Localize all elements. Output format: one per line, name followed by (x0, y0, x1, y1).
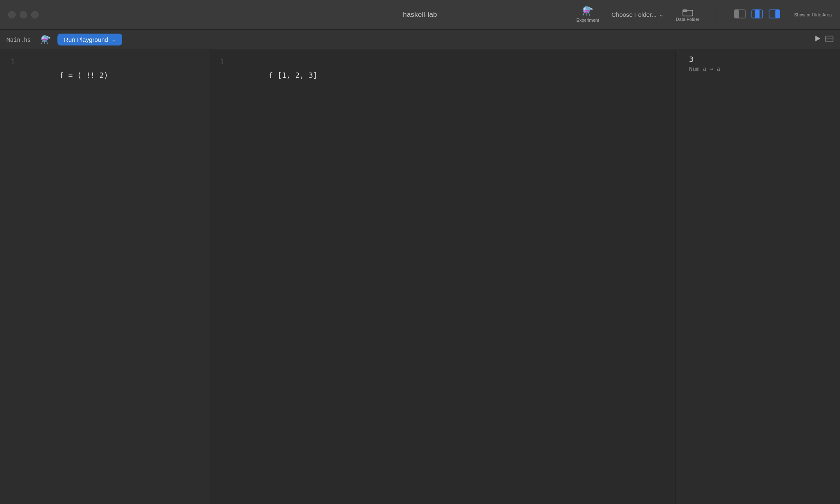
editor-line-numbers: 1 (0, 57, 21, 497)
layout-left-button[interactable] (733, 8, 747, 21)
playground-panel: 1 f [1, 2, 3] (209, 50, 676, 504)
svg-rect-1 (683, 10, 687, 11)
run-dropdown-arrow: ⌄ (112, 37, 116, 43)
output-panel: 3 Num a ⇒ a (676, 50, 840, 504)
svg-rect-7 (776, 10, 780, 18)
layout-right-button[interactable] (767, 8, 782, 21)
layout-right-icon (769, 9, 780, 18)
chevron-icon: ⌄ (659, 11, 664, 18)
maximize-button[interactable] (31, 11, 39, 18)
toolbar-divider (716, 7, 716, 23)
layout-center-icon (751, 9, 763, 18)
svg-rect-3 (735, 10, 739, 18)
play-icon (814, 35, 821, 42)
panel-toggle-icon (825, 36, 833, 42)
playground-line-number-1: 1 (220, 57, 224, 68)
title-bar: haskell-lab ⚗️ Experiment Choose Folder.… (0, 0, 840, 30)
editor-code-line-1: f = ( !! 2) (59, 71, 108, 79)
output-header: 3 (676, 50, 840, 64)
minimize-button[interactable] (20, 11, 27, 18)
layout-center-button[interactable] (750, 8, 765, 21)
playground-code-content[interactable]: f [1, 2, 3] (230, 57, 676, 497)
tab-bar: Main.hs ⚗️ Run Playground ⌄ (0, 30, 840, 50)
tab-filename[interactable]: Main.hs (7, 36, 31, 43)
experiment-label: Experiment (576, 18, 599, 23)
editor-code-content[interactable]: f = ( !! 2) (21, 57, 209, 497)
playground-line-numbers: 1 (209, 57, 230, 497)
play-button[interactable] (814, 35, 821, 44)
playground-code-area[interactable]: 1 f [1, 2, 3] (209, 50, 676, 504)
run-playground-button[interactable]: Run Playground ⌄ (57, 34, 122, 45)
svg-rect-0 (683, 10, 693, 16)
show-hide-label: Show or Hide Area (794, 12, 832, 17)
close-button[interactable] (8, 11, 16, 18)
svg-marker-8 (815, 36, 820, 41)
editor-line-number-1: 1 (11, 57, 15, 68)
experiment-button[interactable]: ⚗️ Experiment (576, 7, 599, 23)
flask-icon: ⚗️ (582, 7, 593, 16)
editor-panel: 1 f = ( !! 2) (0, 50, 209, 504)
layout-left-icon (734, 9, 746, 18)
run-playground-label: Run Playground (64, 36, 108, 43)
data-folder-icon (682, 8, 693, 16)
output-value: 3 (682, 55, 700, 64)
tab-bar-right (814, 35, 833, 44)
layout-icons (733, 8, 782, 21)
playground-code-line-1: f [1, 2, 3] (269, 71, 317, 79)
app-title: haskell-lab (403, 11, 437, 19)
output-type-annotation: Num a ⇒ a (682, 66, 727, 72)
choose-folder-text: Choose Folder... (612, 11, 657, 18)
tab-flask-icon: ⚗️ (41, 35, 51, 45)
title-bar-right: ⚗️ Experiment Choose Folder... ⌄ Data Fo… (576, 7, 832, 23)
panel-toggle-button[interactable] (825, 35, 833, 44)
window-controls (8, 11, 39, 18)
main-content: 1 f = ( !! 2) 1 f [1, 2, 3] 3 Num a ⇒ a (0, 50, 840, 504)
choose-folder-button[interactable]: Choose Folder... ⌄ (612, 11, 664, 18)
editor-code-area[interactable]: 1 f = ( !! 2) (0, 50, 209, 504)
svg-rect-5 (755, 10, 759, 18)
data-folder-label: Data Folder (676, 17, 699, 22)
